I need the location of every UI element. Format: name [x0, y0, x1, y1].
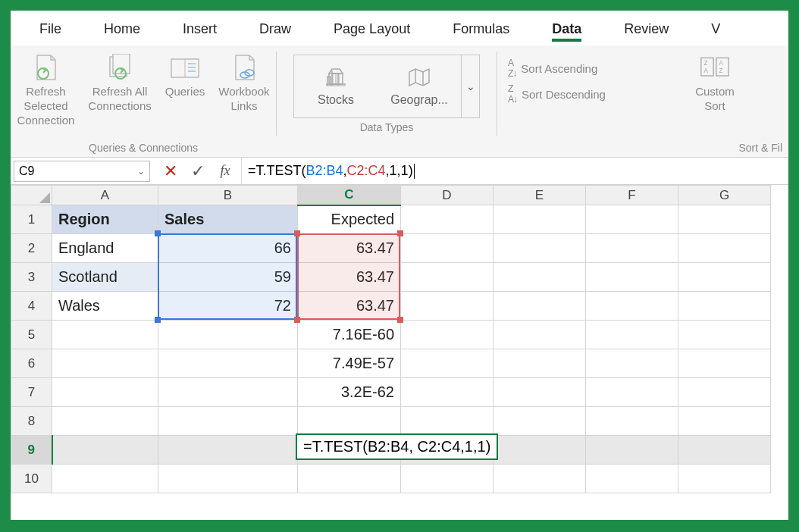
- cell-E4[interactable]: [494, 292, 586, 321]
- col-D[interactable]: D: [401, 186, 494, 205]
- cancel-formula-button[interactable]: ✕: [161, 161, 180, 181]
- col-B[interactable]: B: [158, 186, 298, 205]
- row-1[interactable]: 1: [11, 205, 52, 234]
- custom-sort-button[interactable]: ZAAZ Custom Sort: [691, 50, 739, 117]
- cell-B8[interactable]: [158, 407, 298, 436]
- cell-A7[interactable]: [52, 378, 158, 407]
- tab-page-layout[interactable]: Page Layout: [312, 14, 431, 43]
- cell-D8[interactable]: [401, 407, 494, 436]
- col-G[interactable]: G: [678, 186, 771, 205]
- cell-E9[interactable]: [494, 436, 586, 465]
- cell-G7[interactable]: [678, 378, 771, 407]
- row-8[interactable]: 8: [11, 407, 52, 436]
- col-A[interactable]: A: [52, 186, 158, 205]
- cell-E8[interactable]: [494, 407, 586, 436]
- cell-B5[interactable]: [158, 321, 298, 349]
- cell-D4[interactable]: [401, 292, 494, 321]
- tab-formulas[interactable]: Formulas: [431, 14, 531, 43]
- cell-F10[interactable]: [586, 465, 678, 493]
- cell-B4[interactable]: 72: [158, 292, 298, 321]
- cell-C8[interactable]: [298, 407, 401, 436]
- refresh-all-button[interactable]: Refresh All Connections: [83, 50, 155, 117]
- cell-G10[interactable]: [678, 465, 771, 493]
- cell-edit-overlay[interactable]: =T.TEST(B2:B4, C2:C4,1,1): [296, 433, 498, 460]
- cell-F1[interactable]: [586, 205, 678, 234]
- cell-G6[interactable]: [678, 349, 771, 378]
- range-handle[interactable]: [155, 230, 161, 236]
- tab-data[interactable]: Data: [531, 14, 603, 43]
- stocks-button[interactable]: Stocks: [294, 55, 378, 117]
- spreadsheet-grid[interactable]: A B C D E F G 1 Region Sales Expected 2 …: [11, 185, 788, 520]
- name-box[interactable]: C9 ⌄: [14, 161, 150, 182]
- cell-G5[interactable]: [678, 321, 771, 349]
- row-4[interactable]: 4: [11, 292, 52, 321]
- insert-function-button[interactable]: fx: [215, 161, 235, 181]
- cell-A1[interactable]: Region: [52, 205, 158, 234]
- col-F[interactable]: F: [586, 186, 678, 205]
- row-7[interactable]: 7: [11, 378, 52, 407]
- refresh-selected-button[interactable]: Refresh Selected Connection: [12, 50, 79, 130]
- sort-descending-button[interactable]: ZA↓ Sort Descending: [508, 83, 606, 105]
- cell-F8[interactable]: [586, 407, 678, 436]
- cell-G8[interactable]: [678, 407, 771, 436]
- cell-E5[interactable]: [494, 321, 586, 349]
- cell-A9[interactable]: [52, 436, 158, 465]
- cell-E3[interactable]: [494, 263, 586, 292]
- cell-C5[interactable]: 7.16E-60: [298, 321, 401, 349]
- name-box-dropdown-icon[interactable]: ⌄: [137, 166, 145, 177]
- cell-C7[interactable]: 3.2E-62: [298, 378, 401, 407]
- enter-formula-button[interactable]: ✓: [188, 161, 208, 181]
- select-all-corner[interactable]: [11, 185, 52, 205]
- tab-home[interactable]: Home: [83, 14, 161, 43]
- cell-E6[interactable]: [494, 349, 586, 378]
- tab-insert[interactable]: Insert: [161, 14, 238, 43]
- cell-F2[interactable]: [586, 234, 678, 263]
- cell-A8[interactable]: [52, 407, 158, 436]
- row-5[interactable]: 5: [11, 321, 52, 349]
- cell-D6[interactable]: [401, 349, 494, 378]
- range-handle[interactable]: [397, 317, 403, 323]
- cell-C4[interactable]: 63.47: [298, 292, 401, 321]
- cell-B10[interactable]: [158, 465, 298, 493]
- tab-draw[interactable]: Draw: [238, 14, 312, 43]
- row-3[interactable]: 3: [11, 263, 52, 292]
- cell-C1[interactable]: Expected: [298, 205, 401, 234]
- cell-B9[interactable]: [158, 436, 298, 465]
- row-6[interactable]: 6: [11, 349, 52, 378]
- sort-ascending-button[interactable]: AZ↓ Sort Ascending: [508, 58, 606, 79]
- cell-G4[interactable]: [678, 292, 771, 321]
- cell-A6[interactable]: [52, 349, 158, 378]
- cell-D3[interactable]: [401, 263, 494, 292]
- range-handle[interactable]: [155, 317, 161, 323]
- row-10[interactable]: 10: [11, 465, 52, 493]
- range-handle[interactable]: [397, 230, 403, 236]
- cell-E7[interactable]: [494, 378, 586, 407]
- cell-B1[interactable]: Sales: [158, 205, 298, 234]
- cell-A4[interactable]: Wales: [52, 292, 158, 321]
- row-9[interactable]: 9: [11, 436, 52, 465]
- cell-B6[interactable]: [158, 349, 298, 378]
- tab-file[interactable]: File: [18, 14, 83, 43]
- cell-G1[interactable]: [678, 205, 771, 234]
- cell-F5[interactable]: [586, 321, 678, 349]
- col-C[interactable]: C: [298, 186, 401, 205]
- cell-F6[interactable]: [586, 349, 678, 378]
- cell-C6[interactable]: 7.49E-57: [298, 349, 401, 378]
- range-handle[interactable]: [294, 230, 300, 236]
- cell-B3[interactable]: 59: [158, 263, 298, 292]
- cell-F3[interactable]: [586, 263, 678, 292]
- formula-input[interactable]: =T.TEST(B2:B4, C2:C4,1,1): [241, 158, 788, 184]
- cell-D10[interactable]: [401, 465, 494, 493]
- cell-C10[interactable]: [298, 465, 401, 493]
- cell-A2[interactable]: England: [52, 234, 158, 263]
- cell-F9[interactable]: [586, 436, 678, 465]
- cell-E10[interactable]: [494, 465, 586, 493]
- cell-F7[interactable]: [586, 378, 678, 407]
- cell-G3[interactable]: [678, 263, 771, 292]
- cell-D2[interactable]: [401, 234, 494, 263]
- cell-A10[interactable]: [52, 465, 158, 493]
- cell-A3[interactable]: Scotland: [52, 263, 158, 292]
- tab-view[interactable]: V: [690, 14, 723, 43]
- queries-button[interactable]: Queries: [161, 50, 210, 102]
- data-types-gallery[interactable]: Stocks Geograp... ⌄: [293, 55, 480, 118]
